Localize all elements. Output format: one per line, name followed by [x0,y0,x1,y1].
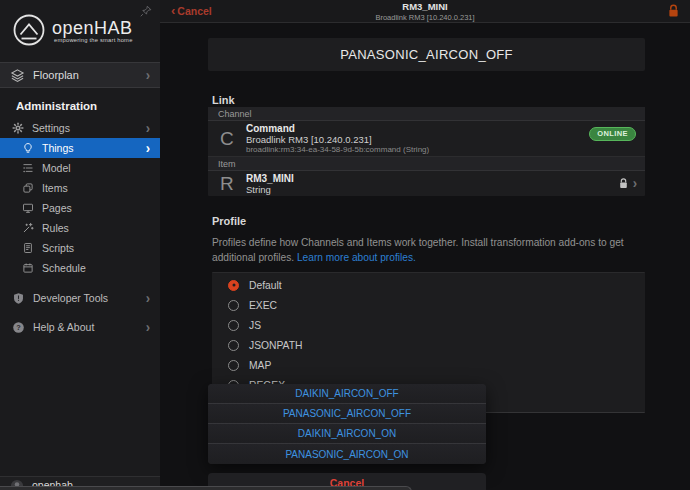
channel-c-icon: C [220,129,238,148]
shield-icon [12,292,25,305]
sidebar-item-label: Developer Tools [33,292,138,304]
sidebar-item-label: Scripts [42,242,150,254]
link-card: Channel C Command Broadlink RM3 [10.240.… [208,107,645,196]
radio-icon [228,300,239,311]
profile-option-label: JS [249,320,261,331]
sidebar-item-items[interactable]: Items [0,178,160,198]
profile-option-jsonpath[interactable]: JSONPATH [212,335,645,355]
sidebar-item-schedule[interactable]: Schedule [0,258,160,278]
sidebar-item-label: Settings [32,122,138,134]
channel-name: Command [246,123,429,134]
action-sheet-option-daikin-aircon-off[interactable]: DAIKIN_AIRCON_OFF [208,384,486,404]
action-sheet-option-daikin-aircon-on[interactable]: DAIKIN_AIRCON_ON [208,424,486,444]
sidebar-item-label: Model [42,162,150,174]
sidebar-item-rules[interactable]: Rules [0,218,160,238]
sidebar-item-pages[interactable]: Pages [0,198,160,218]
svg-text:?: ? [16,322,21,331]
sidebar: openHAB empowering the smart home Floorp… [0,0,160,490]
calendar-icon [22,262,34,274]
sidebar-item-scripts[interactable]: Scripts [0,238,160,258]
sidebar-section-administration: Administration [16,100,160,112]
profile-option-label: MAP [249,360,271,371]
sidebar-item-model[interactable]: Model [0,158,160,178]
sidebar-item-label: Rules [42,222,150,234]
sidebar-item-label: Floorplan [33,69,138,81]
sidebar-item-label: Things [42,142,138,154]
action-sheet-option-panasonic-aircon-on[interactable]: PANASONIC_AIRCON_ON [208,444,486,464]
profile-option-label: Default [249,280,282,291]
profile-option-exec[interactable]: EXEC [212,295,645,315]
navbar: ‹ Cancel RM3_MINI Broadlink RM3 [10.240.… [160,0,690,23]
lock-icon[interactable] [668,4,679,18]
question-icon: ? [12,321,25,334]
profile-option-js[interactable]: JS [212,315,645,335]
pin-icon[interactable] [139,4,153,18]
layers-icon [10,68,25,83]
profile-option-label: EXEC [249,300,277,311]
chevron-right-icon: › [146,291,150,305]
profile-option-default[interactable]: Default [212,275,645,295]
wand-icon [22,222,34,234]
item-row[interactable]: R RM3_MINI String › [208,171,645,196]
lightbulb-icon [22,142,34,154]
profile-section-header: Profile [212,215,246,227]
chevron-right-icon: › [146,68,150,82]
profile-option-label: JSONPATH [249,340,302,351]
copy-icon [22,182,34,194]
channel-label: Channel [208,107,645,121]
sidebar-item-settings[interactable]: Settings › [0,118,160,138]
radio-icon [228,320,239,331]
link-section-header: Link [212,94,235,106]
item-name: RM3_MINI [246,173,294,184]
chevron-right-icon: › [146,141,150,155]
navbar-title: RM3_MINI [160,1,690,12]
status-tooltip-bar [0,486,412,490]
page-title: PANASONIC_AIRCON_OFF [208,38,645,71]
model-tree-icon [22,162,34,174]
lock-icon-small [619,178,628,189]
sidebar-item-label: Items [42,182,150,194]
openhab-logo: openHAB empowering the smart home [0,0,160,47]
radio-icon [228,360,239,371]
profile-option-map[interactable]: MAP [212,355,645,375]
item-label: Item [208,157,645,171]
sidebar-item-label: Pages [42,202,150,214]
action-sheet: DAIKIN_AIRCON_OFF PANASONIC_AIRCON_OFF D… [208,384,486,464]
sidebar-item-things[interactable]: Things › [0,138,160,158]
navbar-subtitle: Broadlink RM3 [10.240.0.231] [160,13,690,22]
sidebar-item-developer-tools[interactable]: Developer Tools › [0,286,160,310]
profile-description-text: Profiles define how Channels and Items w… [212,237,624,263]
profile-description: Profiles define how Channels and Items w… [212,235,644,265]
channel-row[interactable]: C Command Broadlink RM3 [10.240.0.231] b… [208,121,645,157]
radio-icon [228,340,239,351]
action-sheet-option-panasonic-aircon-off[interactable]: PANASONIC_AIRCON_OFF [208,404,486,424]
sidebar-item-floorplan[interactable]: Floorplan › [0,62,160,88]
sidebar-item-help-about[interactable]: ? Help & About › [0,315,160,339]
openhab-logo-icon [12,13,46,47]
channel-uid: broadlink:rm3:34-ea-34-58-9d-5b:command … [246,145,429,155]
chevron-right-icon: › [146,320,150,334]
navbar-title-block: RM3_MINI Broadlink RM3 [10.240.0.231] [160,1,690,22]
logo-tagline: empowering the smart home [52,37,133,43]
sidebar-item-label: Schedule [42,262,150,274]
radio-icon [228,280,239,291]
learn-more-link[interactable]: Learn more about profiles. [297,252,416,263]
item-r-icon: R [220,174,238,193]
channel-thing: Broadlink RM3 [10.240.0.231] [246,134,429,145]
display-icon [22,202,34,214]
item-type: String [246,184,294,195]
logo-text: openHAB [52,18,133,38]
sidebar-item-label: Help & About [33,321,138,333]
gear-icon [12,122,24,134]
chevron-right-icon: › [146,121,150,135]
document-icon [22,242,34,254]
logo-area: openHAB empowering the smart home [0,0,160,62]
status-badge-online: ONLINE [589,127,636,141]
chevron-right-icon: › [633,176,637,190]
